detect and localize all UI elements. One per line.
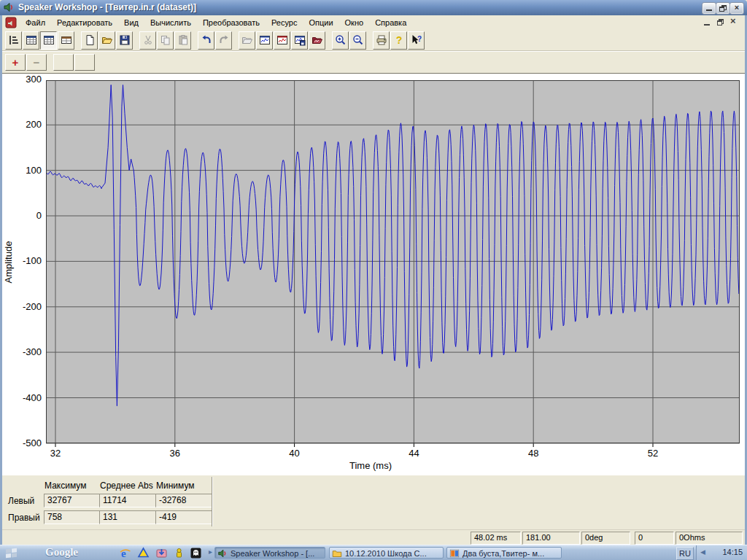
y-tick-label: -500 [2, 438, 42, 448]
open-button[interactable] [98, 31, 115, 50]
paste-icon [177, 34, 189, 46]
menu-view[interactable]: Вид [118, 15, 144, 30]
dataset-toolbar: + − [2, 51, 745, 73]
outline-view-button[interactable] [5, 31, 22, 50]
chart-view-red-button[interactable] [274, 31, 290, 50]
status-cursor-time: 48.02 ms [471, 532, 521, 545]
menu-help[interactable]: Справка [369, 15, 412, 30]
status-phase: 0deg [581, 532, 630, 545]
waveform-plot [46, 80, 740, 448]
new-document-icon [84, 34, 96, 46]
blank-button-1[interactable] [53, 54, 74, 71]
print-button[interactable] [373, 31, 390, 50]
app-icon[interactable] [3, 1, 15, 13]
y-tick-label: 100 [2, 165, 42, 176]
stats-right-max: 758 [44, 510, 101, 524]
datasheet-wide-button[interactable] [58, 31, 74, 50]
remove-point-button[interactable]: − [26, 54, 47, 71]
export-chart-icon [311, 34, 323, 46]
clock: 14:15 [722, 548, 743, 556]
menu-window[interactable]: Окно [339, 15, 370, 30]
context-help-button[interactable]: ? [408, 31, 425, 50]
mdi-minimize-button[interactable] [704, 24, 710, 26]
close-button[interactable]: × [729, 2, 744, 15]
menu-transform[interactable]: Преобразовать [197, 15, 266, 30]
copy-icon [160, 34, 171, 46]
y-tick-label: 200 [2, 119, 42, 130]
cut-icon [142, 34, 154, 46]
stats-row-label-left: Левый [8, 496, 34, 506]
task-label: 10.12.2010 Шкода С... [345, 549, 427, 558]
chart-blue-icon [259, 34, 271, 46]
menu-calculate[interactable]: Вычислить [144, 15, 197, 30]
quicklaunch-overflow-chevron[interactable]: ▸ [209, 548, 212, 556]
zoom-in-button[interactable] [332, 31, 349, 50]
menu-file[interactable]: Файл [20, 15, 51, 30]
export-chart-button[interactable] [309, 31, 325, 50]
waveform-chart: Amplitude Time (ms) 3002001000-100-200-3… [2, 73, 745, 475]
save-button[interactable] [116, 31, 133, 50]
triangle-app-icon[interactable] [137, 547, 150, 559]
datasheet-wide-icon [61, 34, 72, 46]
cut-button[interactable] [139, 31, 156, 50]
menu-options[interactable]: Опции [303, 15, 338, 30]
dataset-icon[interactable] [5, 17, 17, 28]
datasheet-active-button[interactable] [40, 31, 57, 50]
chart-view-blue-button[interactable] [256, 31, 273, 50]
download-manager-icon[interactable] [155, 547, 168, 559]
new-button[interactable] [81, 31, 98, 50]
open-chart-button[interactable] [239, 31, 255, 50]
stats-left-max: 32767 [44, 494, 101, 508]
help-button[interactable]: ? [390, 31, 407, 50]
internet-explorer-icon[interactable]: e [119, 547, 131, 559]
mdi-close-button[interactable]: × [730, 16, 736, 26]
datasheet-button[interactable] [23, 31, 39, 50]
stats-header-max: Максимум [44, 481, 86, 491]
blank-button-2[interactable] [74, 54, 95, 71]
x-tick-label: 36 [160, 448, 190, 459]
context-help-icon: ? [411, 34, 422, 46]
y-tick-label: -100 [2, 255, 42, 266]
zoom-out-button[interactable] [349, 31, 366, 50]
stats-left-avg: 11714 [99, 494, 156, 508]
undo-button[interactable] [198, 31, 214, 50]
chart-red-icon [276, 34, 288, 46]
ghost-app-icon[interactable] [190, 547, 202, 559]
task-label: Два буста,Твитер- м... [462, 549, 544, 558]
restore-button[interactable] [716, 2, 730, 15]
mdi-restore-button[interactable] [717, 19, 724, 26]
menu-edit[interactable]: Редактировать [51, 15, 118, 30]
menu-resource[interactable]: Ресурс [266, 15, 303, 30]
svg-text:?: ? [395, 34, 402, 46]
menu-bar: ФайлРедактироватьВидВычислитьПреобразова… [2, 15, 745, 31]
datasheet-icon [26, 34, 37, 46]
task-folder-window[interactable]: 10.12.2010 Шкода С... [329, 547, 444, 559]
stats-right-min: -419 [155, 510, 212, 524]
x-tick-label: 52 [638, 448, 667, 459]
google-deskbar[interactable]: Google [45, 546, 78, 559]
status-bar: 48.02 ms 181.00 0deg 0 0Ohms [2, 529, 745, 545]
paste-button[interactable] [174, 31, 191, 50]
add-point-button[interactable]: + [5, 54, 26, 71]
x-tick-label: 48 [519, 448, 548, 459]
status-impedance: 0Ohms [676, 532, 743, 545]
tray-chevron[interactable]: ◀ [700, 548, 705, 556]
save-chart-button[interactable] [291, 31, 308, 50]
close-icon: × [735, 3, 739, 12]
statistics-panel: Максимум Среднее Abs Минимум Левый 32767… [2, 475, 745, 530]
title-bar: Speaker Workshop - [Твитер.in.r (dataset… [0, 0, 747, 15]
task-label: Speaker Workshop - [... [231, 549, 314, 558]
y-tick-label: -300 [2, 346, 42, 357]
zoom-in-icon [335, 34, 347, 46]
minimize-button[interactable] [702, 2, 716, 15]
task-speaker-workshop[interactable]: Speaker Workshop - [... [214, 547, 325, 559]
robot-app-icon[interactable] [173, 547, 185, 559]
zoom-out-icon [352, 34, 364, 46]
task-folder-icon [332, 548, 342, 559]
stats-row-label-right: Правый [8, 513, 40, 523]
task-document-window[interactable]: Два буста,Твитер- м... [446, 547, 562, 559]
redo-button[interactable] [215, 31, 232, 50]
start-flag-icon[interactable] [4, 547, 19, 559]
language-indicator[interactable]: RU [676, 547, 694, 560]
copy-button[interactable] [157, 31, 174, 50]
